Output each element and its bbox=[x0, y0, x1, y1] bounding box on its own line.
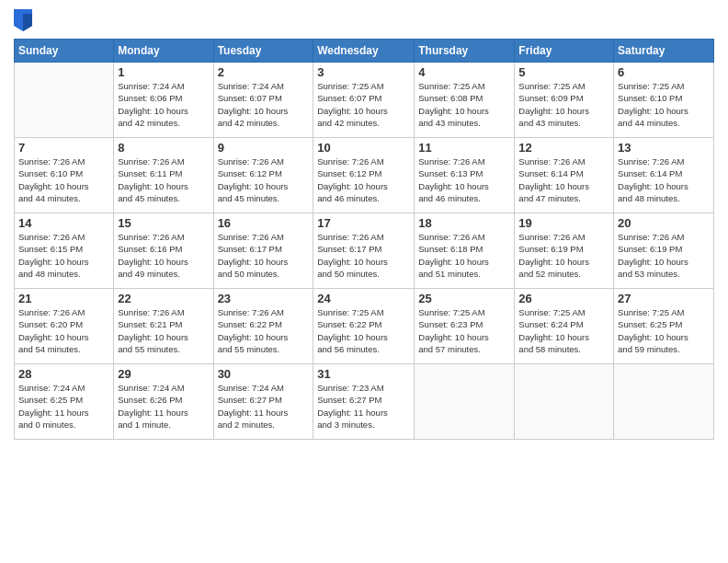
day-number: 17 bbox=[317, 216, 410, 230]
calendar-cell bbox=[15, 63, 114, 138]
day-number: 25 bbox=[418, 292, 510, 305]
day-number: 23 bbox=[218, 292, 310, 305]
day-info: Sunrise: 7:25 AM Sunset: 6:09 PM Dayligh… bbox=[518, 80, 609, 129]
day-number: 8 bbox=[118, 141, 209, 155]
col-header-monday: Monday bbox=[114, 40, 213, 63]
day-info: Sunrise: 7:25 AM Sunset: 6:10 PM Dayligh… bbox=[618, 80, 710, 129]
calendar-cell: 22Sunrise: 7:26 AM Sunset: 6:21 PM Dayli… bbox=[114, 289, 213, 364]
calendar-table: SundayMondayTuesdayWednesdayThursdayFrid… bbox=[14, 39, 714, 440]
calendar-cell: 3Sunrise: 7:25 AM Sunset: 6:07 PM Daylig… bbox=[313, 63, 415, 138]
day-number: 26 bbox=[518, 292, 609, 305]
day-info: Sunrise: 7:26 AM Sunset: 6:17 PM Dayligh… bbox=[317, 231, 410, 280]
day-number: 20 bbox=[618, 216, 710, 230]
day-info: Sunrise: 7:26 AM Sunset: 6:11 PM Dayligh… bbox=[118, 155, 209, 204]
calendar-cell: 26Sunrise: 7:25 AM Sunset: 6:24 PM Dayli… bbox=[515, 289, 614, 364]
calendar-cell: 15Sunrise: 7:26 AM Sunset: 6:16 PM Dayli… bbox=[114, 213, 213, 289]
day-info: Sunrise: 7:26 AM Sunset: 6:10 PM Dayligh… bbox=[18, 155, 109, 204]
day-number: 19 bbox=[518, 216, 609, 230]
calendar-cell: 12Sunrise: 7:26 AM Sunset: 6:14 PM Dayli… bbox=[515, 138, 614, 213]
day-info: Sunrise: 7:26 AM Sunset: 6:16 PM Dayligh… bbox=[118, 231, 209, 280]
calendar-cell: 5Sunrise: 7:25 AM Sunset: 6:09 PM Daylig… bbox=[515, 63, 614, 138]
col-header-thursday: Thursday bbox=[415, 40, 515, 63]
day-info: Sunrise: 7:23 AM Sunset: 6:27 PM Dayligh… bbox=[317, 382, 410, 431]
calendar-week-3: 14Sunrise: 7:26 AM Sunset: 6:15 PM Dayli… bbox=[15, 213, 714, 289]
day-info: Sunrise: 7:26 AM Sunset: 6:21 PM Dayligh… bbox=[118, 306, 209, 355]
day-info: Sunrise: 7:26 AM Sunset: 6:13 PM Dayligh… bbox=[418, 155, 510, 204]
calendar-cell: 28Sunrise: 7:24 AM Sunset: 6:25 PM Dayli… bbox=[15, 364, 114, 440]
day-number: 4 bbox=[418, 65, 510, 79]
calendar-cell: 20Sunrise: 7:26 AM Sunset: 6:19 PM Dayli… bbox=[614, 213, 714, 289]
day-info: Sunrise: 7:26 AM Sunset: 6:15 PM Dayligh… bbox=[18, 231, 109, 280]
day-info: Sunrise: 7:25 AM Sunset: 6:07 PM Dayligh… bbox=[317, 80, 410, 129]
day-info: Sunrise: 7:26 AM Sunset: 6:18 PM Dayligh… bbox=[418, 231, 510, 280]
calendar-cell: 27Sunrise: 7:25 AM Sunset: 6:25 PM Dayli… bbox=[614, 289, 714, 364]
day-info: Sunrise: 7:24 AM Sunset: 6:26 PM Dayligh… bbox=[118, 382, 209, 431]
day-number: 10 bbox=[317, 141, 410, 155]
day-info: Sunrise: 7:25 AM Sunset: 6:08 PM Dayligh… bbox=[418, 80, 510, 129]
day-number: 7 bbox=[18, 141, 109, 155]
day-info: Sunrise: 7:24 AM Sunset: 6:07 PM Dayligh… bbox=[218, 80, 310, 129]
day-number: 30 bbox=[218, 367, 310, 381]
calendar-cell: 9Sunrise: 7:26 AM Sunset: 6:12 PM Daylig… bbox=[213, 138, 313, 213]
day-number: 9 bbox=[218, 141, 310, 155]
day-number: 12 bbox=[518, 141, 609, 155]
calendar-cell: 31Sunrise: 7:23 AM Sunset: 6:27 PM Dayli… bbox=[313, 364, 415, 440]
day-info: Sunrise: 7:26 AM Sunset: 6:19 PM Dayligh… bbox=[518, 231, 609, 280]
day-info: Sunrise: 7:26 AM Sunset: 6:14 PM Dayligh… bbox=[518, 155, 609, 204]
calendar-cell: 25Sunrise: 7:25 AM Sunset: 6:23 PM Dayli… bbox=[415, 289, 515, 364]
day-info: Sunrise: 7:26 AM Sunset: 6:17 PM Dayligh… bbox=[218, 231, 310, 280]
calendar-cell bbox=[515, 364, 614, 440]
day-info: Sunrise: 7:26 AM Sunset: 6:14 PM Dayligh… bbox=[618, 155, 710, 204]
calendar-header-row: SundayMondayTuesdayWednesdayThursdayFrid… bbox=[15, 40, 714, 63]
day-info: Sunrise: 7:26 AM Sunset: 6:12 PM Dayligh… bbox=[317, 155, 410, 204]
day-number: 3 bbox=[317, 65, 410, 79]
calendar-cell: 16Sunrise: 7:26 AM Sunset: 6:17 PM Dayli… bbox=[213, 213, 313, 289]
calendar-week-2: 7Sunrise: 7:26 AM Sunset: 6:10 PM Daylig… bbox=[15, 138, 714, 213]
day-number: 5 bbox=[518, 65, 609, 79]
day-info: Sunrise: 7:26 AM Sunset: 6:22 PM Dayligh… bbox=[218, 306, 310, 355]
day-number: 18 bbox=[418, 216, 510, 230]
day-number: 24 bbox=[317, 292, 410, 305]
day-number: 2 bbox=[218, 65, 310, 79]
calendar-cell: 8Sunrise: 7:26 AM Sunset: 6:11 PM Daylig… bbox=[114, 138, 213, 213]
calendar-cell: 21Sunrise: 7:26 AM Sunset: 6:20 PM Dayli… bbox=[15, 289, 114, 364]
day-number: 27 bbox=[618, 292, 710, 305]
calendar-cell: 19Sunrise: 7:26 AM Sunset: 6:19 PM Dayli… bbox=[515, 213, 614, 289]
calendar-cell: 17Sunrise: 7:26 AM Sunset: 6:17 PM Dayli… bbox=[313, 213, 415, 289]
col-header-sunday: Sunday bbox=[15, 40, 114, 63]
day-info: Sunrise: 7:24 AM Sunset: 6:27 PM Dayligh… bbox=[218, 382, 310, 431]
day-info: Sunrise: 7:26 AM Sunset: 6:12 PM Dayligh… bbox=[218, 155, 310, 204]
calendar-cell: 10Sunrise: 7:26 AM Sunset: 6:12 PM Dayli… bbox=[313, 138, 415, 213]
day-info: Sunrise: 7:24 AM Sunset: 6:25 PM Dayligh… bbox=[18, 382, 109, 431]
day-info: Sunrise: 7:25 AM Sunset: 6:22 PM Dayligh… bbox=[317, 306, 410, 355]
calendar-cell: 4Sunrise: 7:25 AM Sunset: 6:08 PM Daylig… bbox=[415, 63, 515, 138]
day-number: 21 bbox=[18, 292, 109, 305]
calendar-cell: 23Sunrise: 7:26 AM Sunset: 6:22 PM Dayli… bbox=[213, 289, 313, 364]
day-info: Sunrise: 7:25 AM Sunset: 6:24 PM Dayligh… bbox=[518, 306, 609, 355]
day-number: 13 bbox=[618, 141, 710, 155]
calendar-cell: 11Sunrise: 7:26 AM Sunset: 6:13 PM Dayli… bbox=[415, 138, 515, 213]
day-info: Sunrise: 7:25 AM Sunset: 6:25 PM Dayligh… bbox=[618, 306, 710, 355]
calendar-cell: 7Sunrise: 7:26 AM Sunset: 6:10 PM Daylig… bbox=[15, 138, 114, 213]
calendar-cell bbox=[415, 364, 515, 440]
day-number: 15 bbox=[118, 216, 209, 230]
calendar-cell bbox=[614, 364, 714, 440]
logo-icon bbox=[14, 9, 32, 31]
calendar-cell: 2Sunrise: 7:24 AM Sunset: 6:07 PM Daylig… bbox=[213, 63, 313, 138]
svg-marker-1 bbox=[23, 14, 32, 31]
calendar-cell: 13Sunrise: 7:26 AM Sunset: 6:14 PM Dayli… bbox=[614, 138, 714, 213]
col-header-saturday: Saturday bbox=[614, 40, 714, 63]
col-header-friday: Friday bbox=[515, 40, 614, 63]
day-number: 28 bbox=[18, 367, 109, 381]
day-number: 29 bbox=[118, 367, 209, 381]
logo bbox=[14, 9, 36, 31]
day-number: 16 bbox=[218, 216, 310, 230]
calendar-week-1: 1Sunrise: 7:24 AM Sunset: 6:06 PM Daylig… bbox=[15, 63, 714, 138]
day-number: 14 bbox=[18, 216, 109, 230]
calendar-week-4: 21Sunrise: 7:26 AM Sunset: 6:20 PM Dayli… bbox=[15, 289, 714, 364]
calendar-cell: 18Sunrise: 7:26 AM Sunset: 6:18 PM Dayli… bbox=[415, 213, 515, 289]
day-number: 31 bbox=[317, 367, 410, 381]
calendar-cell: 14Sunrise: 7:26 AM Sunset: 6:15 PM Dayli… bbox=[15, 213, 114, 289]
col-header-wednesday: Wednesday bbox=[313, 40, 415, 63]
calendar-cell: 6Sunrise: 7:25 AM Sunset: 6:10 PM Daylig… bbox=[614, 63, 714, 138]
